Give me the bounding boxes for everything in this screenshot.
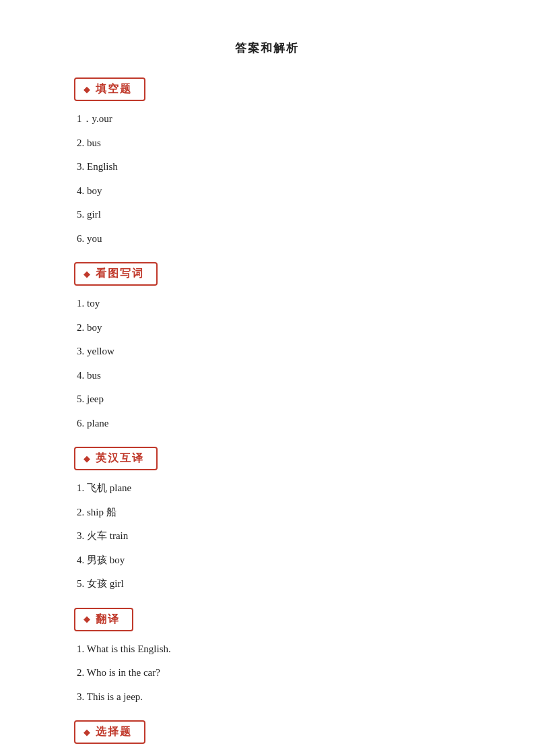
section-fill-blank: ◆填空题1．y.our2. bus3. English4. boy5. girl… — [74, 75, 460, 247]
list-item: 1. C — [77, 753, 460, 756]
items-list-translation: 1. What is this English.2. Who is in the… — [77, 641, 460, 706]
list-item: 3. 火车 train — [77, 528, 460, 545]
list-item: 2. boy — [77, 319, 460, 337]
section-header-translation: ◆翻译 — [74, 608, 133, 631]
list-item: 4. 男孩 boy — [77, 552, 460, 569]
list-item: 6. you — [77, 230, 460, 248]
list-item: 1. toy — [77, 295, 460, 313]
list-item: 4. bus — [77, 367, 460, 385]
section-header-fill-blank: ◆填空题 — [74, 77, 145, 101]
section-translation-mutual: ◆英汉互译1. 飞机 plane2. ship 船3. 火车 train4. 男… — [74, 444, 460, 593]
section-label: 填空题 — [96, 82, 132, 96]
list-item: 3. This is a jeep. — [77, 689, 460, 706]
items-list-multiple-choice: 1. C2. C — [77, 753, 460, 756]
diamond-icon: ◆ — [84, 269, 90, 280]
diamond-icon: ◆ — [84, 453, 90, 464]
section-label: 英汉互译 — [96, 451, 144, 466]
section-label: 选择题 — [96, 725, 132, 739]
items-list-fill-blank: 1．y.our2. bus3. English4. boy5. girl6. y… — [77, 111, 460, 247]
list-item: 3. yellow — [77, 343, 460, 360]
section-picture-word: ◆看图写词1. toy2. boy3. yellow4. bus5. jeep6… — [74, 259, 460, 432]
section-header-translation-mutual: ◆英汉互译 — [74, 447, 158, 470]
items-list-picture-word: 1. toy2. boy3. yellow4. bus5. jeep6. pla… — [77, 295, 460, 432]
section-label: 翻译 — [96, 612, 120, 627]
diamond-icon: ◆ — [84, 727, 90, 738]
section-header-picture-word: ◆看图写词 — [74, 262, 158, 286]
list-item: 2. Who is in the car? — [77, 664, 460, 682]
list-item: 5. girl — [77, 206, 460, 224]
diamond-icon: ◆ — [84, 84, 90, 95]
page-title: 答案和解析 — [74, 40, 460, 56]
list-item: 1．y.our — [77, 111, 460, 128]
list-item: 5. 女孩 girl — [77, 575, 460, 593]
list-item: 2. bus — [77, 135, 460, 152]
items-list-translation-mutual: 1. 飞机 plane2. ship 船3. 火车 train4. 男孩 boy… — [77, 480, 460, 593]
list-item: 3. English — [77, 158, 460, 176]
diamond-icon: ◆ — [84, 614, 90, 625]
section-translation: ◆翻译1. What is this English.2. Who is in … — [74, 605, 460, 706]
section-multiple-choice: ◆选择题1. C2. C — [74, 718, 460, 756]
section-label: 看图写词 — [96, 267, 144, 281]
list-item: 1. 飞机 plane — [77, 480, 460, 497]
section-header-multiple-choice: ◆选择题 — [74, 720, 145, 744]
list-item: 2. ship 船 — [77, 504, 460, 522]
list-item: 4. boy — [77, 183, 460, 200]
list-item: 1. What is this English. — [77, 641, 460, 658]
list-item: 5. jeep — [77, 391, 460, 408]
list-item: 6. plane — [77, 415, 460, 433]
